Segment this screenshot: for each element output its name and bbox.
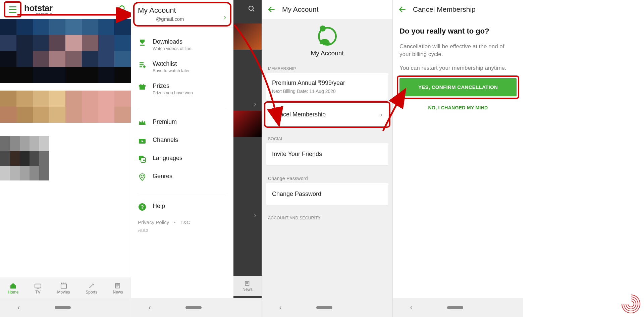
account-avatar-section: My Account [262,19,392,63]
cancel-heading: Do you really want to go? [399,27,517,36]
tnc-link[interactable]: T&C [180,219,191,225]
system-back[interactable]: ‹ [279,303,282,312]
watermark-swirl-icon [620,293,642,315]
drawer-item-genres[interactable]: Genres [131,168,233,186]
panel-my-account: My Account My Account MEMBERSHIP Premium… [262,0,392,317]
system-nav: ‹ [0,298,131,317]
system-home-pill[interactable] [55,306,71,309]
system-back[interactable]: ‹ [17,303,20,312]
svg-rect-21 [140,86,145,90]
drawer-list-primary: DownloadsWatch videos offline WatchlistS… [131,28,233,106]
svg-line-11 [253,10,254,11]
invite-friends-label: Invite Your Friends [272,151,322,158]
cancel-header-title: Cancel Membership [413,5,476,13]
svg-rect-22 [139,85,146,87]
news-icon [114,282,122,289]
confirm-cancellation-button[interactable]: YES, CONFIRM CANCELLATION [399,78,517,96]
cancel-para-1: Cancellation will be effective at the en… [399,43,517,58]
logo-premium-badge: PREMIUM [36,12,53,15]
drawer-languages-label: Languages [153,155,182,162]
bottom-nav: Home TV Movies Sports News [0,277,131,298]
drawer-account-header[interactable]: My Account @gmail.com › [131,0,233,28]
prize-icon [138,83,147,91]
plan-sub: Next Billing Date: 11 Aug 2020 [272,89,382,94]
section-security-label: ACCOUNT AND SECURITY [262,212,392,222]
nav-news-label: News [113,290,123,295]
nav-home[interactable]: Home [8,282,18,295]
svg-point-10 [249,6,253,10]
svg-point-28 [141,175,142,176]
separator-dot: • [174,219,175,225]
drawer-item-premium[interactable]: Premium [131,114,233,132]
help-icon: ? [138,203,147,211]
language-icon: A [138,155,147,163]
hamburger-menu[interactable] [7,3,19,15]
drawer-item-downloads[interactable]: DownloadsWatch videos offline [131,34,233,56]
movie-icon [60,282,67,289]
plan-row[interactable]: Premium Annual ₹999/year Next Billing Da… [266,73,388,100]
invite-friends-row[interactable]: Invite Your Friends [266,143,388,165]
back-arrow-icon[interactable] [398,5,407,14]
drawer-item-prizes[interactable]: PrizesPrizes you have won [131,78,233,100]
hero-thumbnail[interactable] [0,19,131,83]
drawer-watchlist-sub: Save to watch later [153,68,190,73]
back-arrow-icon[interactable] [267,5,276,14]
search-button[interactable] [118,4,127,14]
whitespace [523,0,644,317]
nav-movies[interactable]: Movies [57,282,70,295]
channels-icon [138,137,147,145]
drawer-item-watchlist[interactable]: WatchlistSave to watch later [131,56,233,78]
change-password-label: Change Password [272,191,321,198]
svg-text:A: A [143,159,145,162]
row-more-2[interactable]: › [254,211,256,219]
chevron-right-icon: › [224,13,226,21]
nav-news[interactable]: News [113,282,123,295]
drawer-item-help[interactable]: ? Help [131,198,233,216]
changed-mind-link[interactable]: NO, I CHANGED MY MIND [399,105,517,110]
change-password-card: Change Password [266,183,388,205]
panel-home: hotstar PREMIUM [0,0,131,317]
system-nav: ‹ [131,298,262,317]
chevron-right-icon: › [380,111,382,118]
panel-cancel-membership: Cancel Membership Do you really want to … [392,0,523,317]
system-home-pill[interactable] [185,306,202,309]
drawer-item-languages[interactable]: A Languages [131,150,233,168]
plan-title: Premium Annual ₹999/year [272,79,382,87]
nav-tv[interactable]: TV [34,282,42,295]
row-thumbnail-1[interactable] [0,91,131,123]
divider [138,195,227,195]
avatar-icon [318,27,337,46]
cancel-membership-card: Cancel Membership › [266,103,388,126]
drawer-list-secondary: Premium Channels A Languages Genres [131,112,233,192]
backdrop-news-label: News [243,287,253,292]
system-nav: ‹ [262,298,392,317]
genre-icon [138,173,147,181]
svg-line-1 [123,10,125,11]
system-back[interactable]: ‹ [149,303,151,312]
drawer-account-title: My Account [138,6,227,15]
divider [138,109,227,109]
search-icon [118,4,127,13]
logo-wordmark: hotstar [24,4,53,12]
svg-rect-15 [140,45,145,46]
system-home-pill[interactable] [316,306,332,309]
system-home-pill[interactable] [447,306,463,309]
section-change-password-label: Change Password [262,172,392,183]
home-topbar: hotstar PREMIUM [0,0,131,19]
drawer-item-channels[interactable]: Channels [131,132,233,150]
news-icon [245,280,251,286]
row-more-1[interactable]: › [254,100,256,108]
row-thumbnail-2[interactable] [0,136,78,180]
nav-movies-label: Movies [57,290,70,295]
hamburger-highlight [4,1,21,17]
cancel-header: Cancel Membership [393,0,523,19]
svg-rect-4 [61,284,66,288]
system-back[interactable]: ‹ [410,303,413,312]
app-version: v8.8.0 [131,225,233,232]
change-password-row[interactable]: Change Password [266,183,388,205]
svg-point-29 [143,175,144,176]
cancel-membership-row[interactable]: Cancel Membership › [266,103,388,126]
privacy-policy-link[interactable]: Privacy Policy [138,219,169,225]
backdrop-nav-news[interactable]: News [233,276,262,296]
nav-sports[interactable]: Sports [86,282,97,295]
